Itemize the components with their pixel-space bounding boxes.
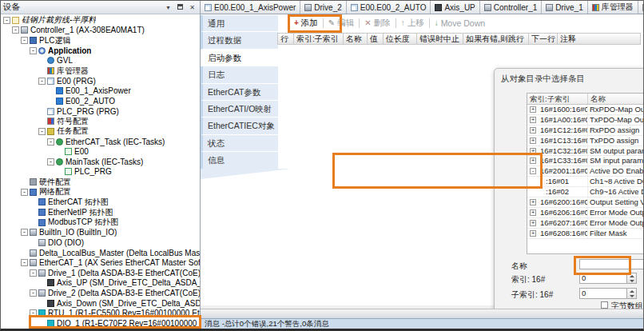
tree-item[interactable]: -EtherCAT_Task (IEC-Tasks) — [1, 137, 200, 147]
tree-item[interactable]: E00_1_AxisPower — [1, 86, 200, 96]
object-table-row[interactable]: :16#02Ch9~16 Active DO EnableRWUSINT — [527, 187, 644, 197]
expander-icon[interactable]: + — [527, 146, 539, 156]
expander-icon[interactable]: + — [527, 115, 539, 125]
tree-item[interactable]: -Application — [1, 46, 200, 56]
expander-icon[interactable]: + — [530, 199, 536, 205]
doc-tab-库管理器[interactable]: 库管理器 — [588, 1, 638, 14]
tree-item[interactable]: Axis_UP (SM_Drive_ETC_Delta_ASDA_B3) — [1, 278, 200, 289]
tab-EtherCATIEC对象[interactable]: EtherCATIEC对象 — [201, 118, 278, 134]
expander-icon[interactable]: + — [530, 148, 536, 154]
tree-item[interactable]: -Controller_1 (AX-308EA0MA1T) — [1, 26, 200, 36]
expander-icon[interactable]: - — [12, 26, 19, 34]
doc-tab-Controller_1[interactable]: Controller_1 — [480, 1, 542, 14]
doc-tab-E00.E00_1_AxisPower[interactable]: E00.E00_1_AxisPower — [201, 1, 300, 14]
tree-item[interactable]: 硬件配置 — [1, 177, 200, 187]
tree-item[interactable]: PLC_PRG — [1, 167, 200, 177]
expander-icon[interactable]: + — [527, 218, 539, 228]
index-value[interactable]: 0 — [579, 273, 626, 284]
object-table-row[interactable]: +16#1C32:16#00SM output parameter — [527, 146, 644, 157]
pin-icon[interactable] — [175, 2, 185, 12]
expander-icon[interactable]: - — [21, 259, 28, 266]
expander-icon[interactable]: - — [47, 158, 54, 166]
tree-item[interactable]: -BuiltIn_IO (BuiltIn_IO) — [1, 227, 200, 237]
tree-item[interactable]: E00_2_AUTO — [1, 96, 200, 106]
subindex-value[interactable]: 0 — [579, 288, 626, 299]
object-table-row[interactable]: +16#1C33:16#00SM input parameter — [527, 156, 644, 166]
expander-icon[interactable]: - — [47, 138, 54, 146]
expander-icon[interactable]: + — [530, 127, 536, 134]
doc-tab-Axis_UP[interactable]: Axis_UP — [431, 1, 479, 14]
tree-item[interactable]: -任务配置 — [1, 126, 200, 137]
tab-EtherCAT参数[interactable]: EtherCAT参数 — [201, 84, 278, 101]
tab-日志[interactable]: 日志 — [201, 66, 278, 83]
expander-icon[interactable]: + — [527, 156, 539, 166]
expander-icon[interactable]: - — [38, 128, 46, 135]
expander-icon[interactable]: - — [530, 168, 536, 174]
tree-item[interactable]: -RTU_1 (R1-EC5500 Rev=16#00100000 EtherC… — [1, 309, 200, 319]
expander-icon[interactable]: + — [527, 126, 539, 135]
tree-item[interactable]: DIO_1 (R1-EC70F2 Rev=16#00100000 16-ch 2… — [1, 318, 200, 329]
object-table-row[interactable]: +16#6206:16#00Error Mode Output Enable — [527, 208, 644, 218]
tree-item[interactable]: EtherNetIP 拓扑图 — [1, 207, 200, 217]
tab-通用[interactable]: 通用 — [201, 15, 278, 32]
object-table-row[interactable]: :16#01Ch1~8 Active DO EnableRWUSINT — [527, 177, 644, 187]
expander-icon[interactable]: + — [530, 158, 536, 164]
expander-icon[interactable]: + — [530, 106, 536, 113]
expander-icon[interactable]: + — [530, 220, 536, 226]
spinner-arrows-icon[interactable] — [626, 273, 637, 284]
tab-状态[interactable]: 状态 — [201, 135, 278, 152]
doc-tab-E00.E00_2_AUTO[interactable]: E00.E00_2_AUTO — [347, 1, 431, 14]
bytearray-checkbox[interactable] — [601, 301, 608, 309]
tree-item[interactable]: 库管理器 — [1, 66, 200, 76]
tree-item[interactable]: EtherCAT 拓扑图 — [1, 197, 200, 208]
tree-item[interactable]: PLC_PRG (PRG) — [1, 106, 200, 117]
expander-icon[interactable]: + — [530, 138, 536, 144]
tab-信息[interactable]: 信息 — [201, 152, 278, 169]
tree-item[interactable]: 符号配置 — [1, 116, 200, 126]
expander-icon[interactable]: + — [527, 208, 539, 217]
object-table-row[interactable]: +16#6200:16#00Output Setting Value — [527, 197, 644, 208]
object-table-row[interactable]: +16#1600:16#00RxPDO-Map Outputs — [527, 105, 644, 115]
expander-icon[interactable]: - — [21, 189, 28, 196]
expander-icon[interactable]: + — [527, 136, 539, 146]
object-table-row[interactable]: +16#6207:16#00Error Mode Output Value — [527, 218, 644, 229]
expander-icon[interactable]: + — [527, 197, 539, 207]
expander-icon[interactable]: - — [21, 229, 28, 236]
doc-tab-Drive_2[interactable]: Drive_2 — [300, 1, 346, 14]
tree-item[interactable]: -网络配置 — [1, 187, 200, 197]
tree-item[interactable]: -E00 (PRG) — [1, 76, 200, 86]
subindex-stepper[interactable]: 0 — [579, 288, 637, 299]
添加-button[interactable]: +添加 — [290, 18, 322, 29]
expander-icon[interactable]: - — [30, 289, 37, 297]
doc-tab-Drive_1[interactable]: Drive_1 — [542, 1, 587, 14]
tree-item[interactable]: E00 — [1, 146, 200, 157]
object-table-row[interactable]: -16#2001:16#00Active DO Enable — [527, 166, 644, 177]
object-table-row[interactable]: +16#1C13:16#00TxPDO assign — [527, 136, 644, 146]
expander-icon[interactable]: - — [30, 47, 37, 54]
tab-启动参数[interactable]: 启动参数 — [201, 50, 278, 66]
expander-icon[interactable]: - — [38, 78, 46, 85]
close-icon[interactable]: ✕ — [187, 2, 197, 12]
expander-icon[interactable]: + — [530, 117, 536, 123]
expander-icon[interactable]: + — [527, 105, 539, 114]
panel-menu-dropdown-icon[interactable]: ▾ — [163, 2, 173, 12]
messages-bar[interactable]: 消息 -总计0个错误,21个警告,0条消息 — [201, 318, 643, 329]
expander-icon[interactable]: - — [30, 309, 37, 317]
tree-item[interactable]: Axis_Down (SM_Drive_ETC_Delta_ASDA_B3) — [1, 298, 200, 309]
object-table-row[interactable]: +16#1C12:16#00RxPDO assign — [527, 126, 644, 136]
expander-icon[interactable]: - — [3, 17, 10, 24]
spinner-arrows-icon[interactable] — [626, 288, 637, 299]
tree-item[interactable]: ModbusTCP 拓扑图 — [1, 217, 200, 228]
tab-EtherCATI/O映射[interactable]: EtherCATI/O映射 — [201, 101, 278, 118]
tree-item[interactable]: -MainTask (IEC-Tasks) — [1, 157, 200, 167]
index-stepper[interactable]: 0 — [579, 273, 637, 284]
expander-icon[interactable]: - — [30, 269, 37, 277]
tree-item[interactable]: GVL — [1, 56, 200, 66]
tree-item[interactable]: -EtherCAT_1 (AX Series EtherCAT Master S… — [1, 257, 200, 268]
expander-icon[interactable]: + — [530, 230, 536, 237]
doc-tab-符号配置[interactable]: 符号配置 — [638, 1, 643, 14]
expander-icon[interactable]: + — [530, 209, 536, 216]
tree-item[interactable]: -Drive_1 (Delta ASDA-B3-E EtherCAT(CoE) … — [1, 268, 200, 278]
tree-item[interactable]: -PLC逻辑 — [1, 35, 200, 46]
object-table-row[interactable]: +16#6208:16#00Filter Mask — [527, 229, 644, 239]
